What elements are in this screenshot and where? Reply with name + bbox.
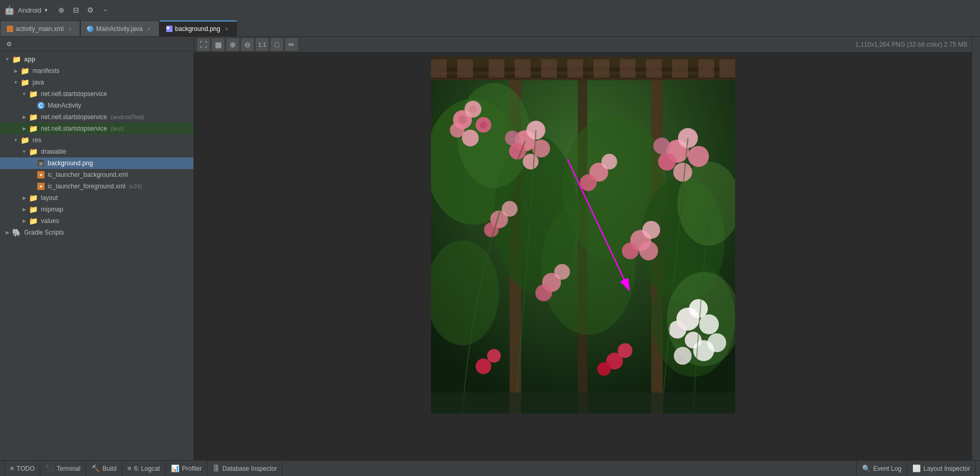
- tree-item-gradle[interactable]: 🐘 Gradle Scripts: [0, 227, 193, 238]
- bottom-item-logcat[interactable]: ≡ 6: Logcat: [122, 461, 166, 477]
- zoom-out-btn[interactable]: ⊖: [241, 38, 254, 51]
- tab-close-activity-main[interactable]: ×: [66, 25, 73, 33]
- tree-item-main-activity[interactable]: C MainActivity: [0, 100, 193, 111]
- tree-arrow-net-nell-android: [21, 114, 27, 120]
- svg-rect-14: [594, 59, 609, 78]
- tree-item-ic-launcher-fg[interactable]: ✦ ic_launcher_foreground.xml (v24): [0, 181, 193, 192]
- project-name: Android: [18, 6, 41, 14]
- logcat-icon: ≡: [127, 464, 132, 472]
- svg-rect-11: [515, 59, 531, 78]
- event-log-icon: 🔍: [862, 464, 870, 472]
- tree-item-values[interactable]: 📁 values: [0, 215, 193, 227]
- bottom-item-layout-inspector[interactable]: ⬜ Layout Inspector: [907, 461, 976, 477]
- settings-icon[interactable]: ⚙: [85, 5, 96, 15]
- svg-point-47: [688, 146, 709, 167]
- tree-label-ic-launcher-bg: ic_launcher_background.xml: [48, 171, 128, 178]
- svg-point-63: [484, 223, 499, 237]
- res-folder-icon: 📁: [20, 136, 29, 144]
- bottom-item-event-log[interactable]: 🔍 Event Log: [856, 461, 907, 477]
- tree-arrow-app: [4, 56, 10, 62]
- tree-item-ic-launcher-bg[interactable]: ✦ ic_launcher_background.xml: [0, 169, 193, 181]
- tree-label-main-activity: MainActivity: [48, 102, 81, 109]
- minimize-icon[interactable]: ⊟: [71, 5, 81, 15]
- svg-rect-9: [457, 59, 473, 78]
- tree-item-manifests[interactable]: 📁 manifests: [0, 65, 193, 77]
- bottom-item-database-inspector[interactable]: 🗄 Database Inspector: [208, 461, 283, 477]
- svg-point-46: [658, 153, 676, 171]
- bottom-item-terminal[interactable]: ⬛ Terminal: [40, 461, 86, 477]
- svg-rect-13: [567, 59, 583, 78]
- tab-background-png[interactable]: ▣ background.png ×: [159, 20, 237, 36]
- tree-item-drawable[interactable]: 📁 drawable: [0, 146, 193, 157]
- tree-item-layout[interactable]: 📁 layout: [0, 192, 193, 204]
- profiler-icon: 📊: [171, 464, 179, 472]
- tree-item-net-nell[interactable]: 📁 net.nell.startstopservice: [0, 88, 193, 100]
- svg-point-52: [669, 321, 686, 339]
- sidebar-settings-btn[interactable]: ⚙: [3, 38, 15, 50]
- svg-point-53: [699, 314, 719, 334]
- java-class-icon: C: [37, 102, 45, 109]
- bottom-item-todo[interactable]: ≡ TODO: [4, 461, 40, 477]
- tree-item-app[interactable]: 📁 app: [0, 54, 193, 65]
- svg-point-56: [674, 347, 692, 365]
- tree-label-res: res: [33, 136, 41, 144]
- title-bar-left: 🤖 Android ▾: [4, 5, 48, 15]
- zoom-in-btn[interactable]: ⊕: [227, 38, 239, 51]
- java-folder-icon: 📁: [20, 78, 29, 87]
- tab-main-activity[interactable]: C MainActivity.java ×: [80, 20, 159, 36]
- tree-label-mipmap: mipmap: [41, 206, 63, 213]
- bottom-item-profiler[interactable]: 📊 Profiler: [166, 461, 208, 477]
- tree-label-manifests: manifests: [33, 67, 59, 75]
- tree-label-app: app: [24, 56, 35, 63]
- svg-rect-18: [698, 59, 714, 78]
- tree-arrow-layout: [21, 195, 27, 201]
- test-folder-icon: 📁: [29, 124, 38, 133]
- svg-point-49: [653, 137, 670, 154]
- bottom-item-build[interactable]: 🔨 Build: [86, 461, 122, 477]
- tree-item-background-png[interactable]: ▣ background.png: [0, 157, 193, 169]
- sidebar-toolbar: ⚙: [0, 37, 193, 51]
- tree-item-net-nell-android[interactable]: 📁 net.nell.startstopservice (androidTest…: [0, 111, 193, 123]
- tree-item-res[interactable]: 📁 res: [0, 134, 193, 146]
- bottom-label-logcat: 6: Logcat: [134, 465, 160, 472]
- svg-point-70: [535, 284, 552, 301]
- tab-close-background-png[interactable]: ×: [223, 25, 230, 33]
- sync-icon[interactable]: ⊕: [56, 5, 67, 15]
- fit-screen-btn[interactable]: ⛶: [197, 38, 210, 51]
- tree-arrow-gradle: [4, 229, 10, 236]
- net-nell-folder-icon: 📁: [29, 90, 38, 98]
- svg-rect-76: [431, 393, 735, 414]
- tree-item-mipmap[interactable]: 📁 mipmap: [0, 204, 193, 215]
- svg-rect-10: [489, 59, 504, 78]
- edit-btn[interactable]: ✏: [285, 38, 298, 51]
- tree-label-gradle: Gradle Scripts: [24, 229, 64, 236]
- tree-arrow-manifests: [13, 68, 19, 74]
- bottom-label-layout-inspector: Layout Inspector: [923, 465, 970, 472]
- android-project-icon: 🤖: [4, 5, 15, 15]
- svg-point-73: [597, 362, 611, 376]
- tree-label-java: java: [33, 79, 44, 86]
- grid-btn[interactable]: ▦: [212, 38, 224, 51]
- png-file-icon: ▣: [166, 26, 173, 32]
- bottom-label-todo: TODO: [17, 465, 35, 472]
- tree-item-net-nell-test[interactable]: 📁 net.nell.startstopservice (test): [0, 123, 193, 134]
- actual-size-btn[interactable]: 1:1: [256, 38, 268, 51]
- project-dropdown[interactable]: ▾: [45, 7, 48, 14]
- image-preview: [431, 57, 735, 414]
- tab-label-main-activity: MainActivity.java: [96, 25, 142, 33]
- tree-item-java[interactable]: 📁 java: [0, 77, 193, 88]
- svg-point-65: [642, 221, 660, 239]
- bottom-label-build: Build: [102, 465, 116, 472]
- title-bar: 🤖 Android ▾ ⊕ ⊟ ⚙ −: [0, 0, 980, 20]
- border-btn[interactable]: □: [271, 38, 283, 51]
- tree-label-android-test-suffix: (androidTest): [111, 114, 144, 120]
- bottom-label-profiler: Profiler: [182, 465, 202, 472]
- right-gutter: [972, 37, 980, 460]
- svg-point-48: [673, 163, 692, 182]
- tab-close-main-activity[interactable]: ×: [145, 25, 153, 33]
- database-inspector-icon: 🗄: [213, 464, 220, 472]
- image-area: [194, 52, 972, 460]
- svg-rect-12: [541, 59, 557, 78]
- tab-activity-main[interactable]: activity_main.xml ×: [0, 20, 80, 36]
- close-icon[interactable]: −: [100, 5, 111, 15]
